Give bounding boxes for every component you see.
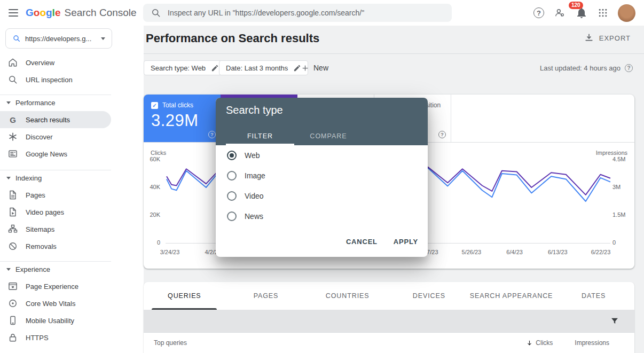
user-settings-icon[interactable] bbox=[554, 7, 566, 19]
dialog-title: Search type bbox=[226, 104, 428, 116]
property-selector[interactable]: https://developers.g... bbox=[5, 28, 112, 49]
x-axis-label: 6/4/23 bbox=[499, 249, 531, 255]
edit-pencil-icon bbox=[211, 64, 219, 72]
dialog-tab-compare[interactable]: COMPARE bbox=[294, 127, 363, 145]
tab-dates[interactable]: DATES bbox=[553, 282, 634, 310]
app-logo[interactable]: Google Search Console bbox=[26, 0, 137, 26]
sidebar-item-core-web-vitals[interactable]: Core Web Vitals bbox=[0, 295, 111, 312]
sidebar-item-google-news[interactable]: Google News bbox=[0, 145, 111, 162]
edit-pencil-icon bbox=[293, 64, 301, 72]
property-url: https://developers.g... bbox=[25, 35, 97, 43]
tab-search-appearance[interactable]: SEARCH APPEARANCE bbox=[470, 282, 553, 310]
radio-icon bbox=[227, 171, 237, 181]
sidebar-section-experience[interactable]: Experience bbox=[0, 263, 111, 276]
sidebar-item-label: URL inspection bbox=[26, 76, 73, 84]
y-axis-label: 0 bbox=[612, 239, 631, 246]
date-filter-chip[interactable]: Date: Last 3 months bbox=[219, 60, 308, 75]
apply-button[interactable]: APPLY bbox=[394, 238, 418, 246]
sidebar-item-overview[interactable]: Overview bbox=[0, 54, 111, 71]
sidebar-item-page-experience[interactable]: Page Experience bbox=[0, 278, 111, 295]
divider bbox=[0, 261, 111, 262]
sidebar-item-label: Removals bbox=[26, 242, 57, 250]
radio-icon bbox=[227, 151, 237, 160]
help-question-icon[interactable]: ? bbox=[625, 64, 633, 72]
filter-funnel-icon[interactable] bbox=[610, 316, 619, 326]
sidebar-section-performance[interactable]: Performance bbox=[0, 96, 111, 109]
last-updated-text: Last updated: 4 hours ago bbox=[540, 64, 621, 72]
x-axis-label: 3/24/23 bbox=[154, 249, 186, 255]
sidebar-item-label: Overview bbox=[26, 59, 54, 67]
divider bbox=[144, 53, 644, 54]
tab-countries[interactable]: COUNTRIES bbox=[307, 282, 388, 310]
help-question-icon[interactable]: ? bbox=[208, 131, 216, 138]
url-inspection-searchbox[interactable] bbox=[143, 4, 452, 22]
column-header-impressions[interactable]: Impressions bbox=[575, 339, 609, 347]
tab-devices[interactable]: DEVICES bbox=[388, 282, 470, 310]
sidebar-item-https[interactable]: HTTPS bbox=[0, 329, 111, 346]
main-menu-icon[interactable] bbox=[9, 9, 18, 17]
property-icon bbox=[12, 34, 21, 43]
y-axis-label: 60K bbox=[142, 156, 160, 162]
help-icon[interactable]: ? bbox=[533, 7, 544, 18]
tile-checkbox-icon[interactable] bbox=[151, 102, 158, 109]
sidebar-item-pages[interactable]: Pages bbox=[0, 186, 111, 203]
tab-queries[interactable]: QUERIES bbox=[144, 282, 225, 310]
column-header-clicks[interactable]: Clicks bbox=[526, 339, 553, 347]
search-type-option-image[interactable]: Image bbox=[216, 166, 428, 186]
dialog-tab-filter[interactable]: FILTER bbox=[226, 127, 294, 145]
export-button[interactable]: EXPORT bbox=[584, 33, 631, 43]
column-header-top-queries: Top queries bbox=[154, 339, 187, 347]
sidebar-item-discover[interactable]: Discover bbox=[0, 128, 111, 145]
sidebar-item-label: Pages bbox=[26, 191, 45, 199]
sidebar-section-indexing[interactable]: Indexing bbox=[0, 171, 111, 184]
sidebar-item-label: Mobile Usability bbox=[26, 317, 74, 325]
sidebar-item-video-pages[interactable]: Video pages bbox=[0, 203, 111, 221]
home-icon bbox=[7, 57, 18, 68]
topbar-actions: ? 120 bbox=[533, 0, 635, 26]
sidebar-item-sitemaps[interactable]: Sitemaps bbox=[0, 221, 111, 238]
chip-label: Date: Last 3 months bbox=[226, 64, 288, 72]
search-type-option-video[interactable]: Video bbox=[216, 186, 428, 206]
section-collapse-icon bbox=[6, 177, 11, 179]
y-axis-label: 0 bbox=[142, 239, 160, 246]
account-avatar[interactable] bbox=[618, 4, 635, 22]
logo-letter: G bbox=[26, 7, 34, 19]
radio-label: Image bbox=[245, 171, 265, 180]
sidebar-item-label: Discover bbox=[26, 133, 53, 141]
search-type-option-web[interactable]: Web bbox=[216, 145, 428, 166]
help-question-icon[interactable]: ? bbox=[438, 131, 446, 138]
radio-icon bbox=[227, 211, 237, 221]
y-axis-label: 3M bbox=[612, 184, 631, 190]
notifications-bell-icon[interactable]: 120 bbox=[575, 6, 588, 19]
cancel-button[interactable]: CANCEL bbox=[346, 238, 378, 246]
logo-letter: g bbox=[46, 7, 52, 19]
sidebar-item-url-inspection[interactable]: URL inspection bbox=[0, 71, 111, 88]
metric-tile-total-clicks[interactable]: Total clicks 3.29M ? bbox=[144, 95, 221, 142]
sidebar-item-mobile-usability[interactable]: Mobile Usability bbox=[0, 312, 111, 329]
dimensions-table-card: QUERIES PAGES COUNTRIES DEVICES SEARCH A… bbox=[144, 282, 634, 353]
y-axis-label: 1.5M bbox=[612, 211, 631, 218]
sort-descending-icon bbox=[526, 340, 533, 347]
new-label: New bbox=[313, 64, 328, 72]
radio-label: Web bbox=[245, 151, 260, 160]
tab-pages[interactable]: PAGES bbox=[225, 282, 307, 310]
dialog-body: Web Image Video News bbox=[216, 145, 428, 226]
dialog-header: Search type FILTER COMPARE bbox=[216, 98, 428, 145]
table-toolbar bbox=[144, 310, 634, 332]
new-filter-button[interactable]: New bbox=[301, 60, 328, 75]
sidebar-item-label: Sitemaps bbox=[26, 225, 54, 233]
search-type-option-news[interactable]: News bbox=[216, 206, 428, 226]
y-axis-label: 4.5M bbox=[612, 156, 631, 162]
url-inspection-input[interactable] bbox=[168, 9, 444, 17]
discover-icon bbox=[7, 131, 18, 142]
dialog-tabs: FILTER COMPARE bbox=[226, 127, 363, 145]
search-type-filter-chip[interactable]: Search type: Web bbox=[144, 60, 226, 75]
google-apps-grid-icon[interactable] bbox=[598, 7, 608, 18]
radio-icon bbox=[227, 191, 237, 201]
sidebar-item-removals[interactable]: Removals bbox=[0, 238, 111, 255]
sidebar-item-label: Page Experience bbox=[26, 283, 78, 291]
dimension-tabs: QUERIES PAGES COUNTRIES DEVICES SEARCH A… bbox=[144, 282, 634, 310]
chip-label: Search type: Web bbox=[151, 64, 206, 72]
sidebar-item-search-results[interactable]: G Search results bbox=[0, 111, 111, 128]
x-axis-label: 6/22/23 bbox=[585, 249, 617, 255]
